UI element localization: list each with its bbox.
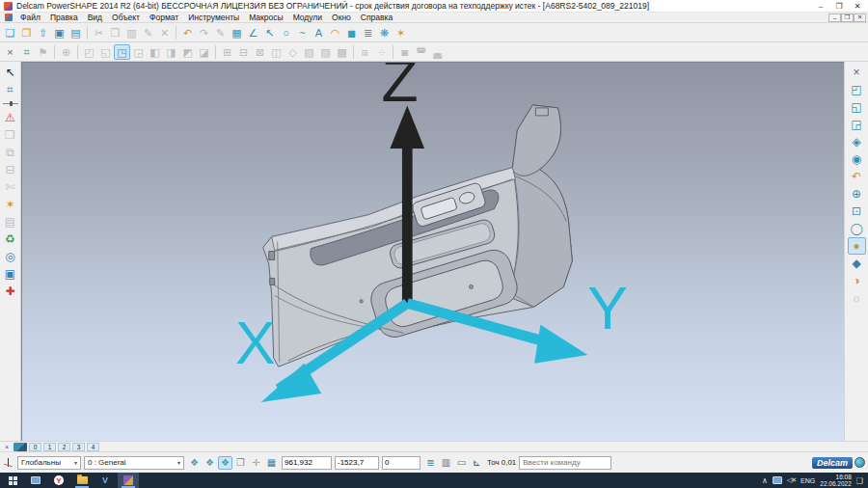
solid-draft-button[interactable]: ▨ <box>317 44 334 60</box>
view-iso1-button[interactable]: ◰ <box>848 81 866 98</box>
create-text-tool[interactable]: A <box>311 25 327 41</box>
intelligent-cursor-toggle[interactable]: ✛ <box>249 456 263 470</box>
paste-button[interactable]: ▥ <box>123 25 140 41</box>
child-restore-button[interactable]: ❐ <box>841 14 854 22</box>
solid-cylinder-button[interactable]: ◩ <box>179 44 196 60</box>
view-iso2-button[interactable]: ◱ <box>848 98 866 116</box>
dynamic-section-button[interactable]: ◆ <box>848 255 866 272</box>
graphics-viewport[interactable]: Z X Y <box>21 62 844 441</box>
menu-macros[interactable]: Макросы <box>244 13 287 23</box>
copy-button[interactable]: ❒ <box>107 25 123 41</box>
solid-add-button[interactable]: ⊕ <box>58 44 74 60</box>
zoom-full-button[interactable]: ⊕ <box>848 185 866 203</box>
surface-compare-tool[interactable]: ❒ <box>1 126 19 144</box>
mirror-model-tool[interactable]: ⊟ <box>1 161 19 178</box>
coordinate-z-field[interactable] <box>382 456 420 470</box>
close-view-toolbar-button[interactable]: × <box>848 64 866 81</box>
solid-block-button[interactable]: ◳ <box>114 44 130 60</box>
view-previous-button[interactable]: ↶ <box>848 168 866 185</box>
solid-revolve-button[interactable]: ◱ <box>97 44 114 60</box>
create-surface-tool[interactable]: ◠ <box>327 25 343 41</box>
print-button[interactable]: ▤ <box>68 25 84 41</box>
solid-chamfer-button[interactable]: ◇ <box>285 44 301 60</box>
create-arrow-tool[interactable]: ↖ <box>261 25 278 41</box>
cut-button[interactable]: ✂ <box>91 25 107 41</box>
model-analysis-tool[interactable]: ◎ <box>1 248 19 265</box>
model-info-tool[interactable]: ▣ <box>1 265 19 283</box>
menu-file[interactable]: Файл <box>15 13 45 23</box>
workplane-axis-icon[interactable] <box>3 457 14 469</box>
child-minimize-button[interactable]: – <box>828 14 841 22</box>
solid-extrude-button[interactable]: ◰ <box>81 44 97 60</box>
solid-wedge-button[interactable]: ◧ <box>147 44 163 60</box>
drawing-sheets-tool[interactable]: ▤ <box>1 213 19 230</box>
view-from-button[interactable]: ◈ <box>848 133 866 150</box>
coordinate-y-field[interactable] <box>335 456 379 470</box>
create-curve-tool[interactable]: ~ <box>294 25 311 41</box>
model-fix-tool[interactable]: ♻ <box>1 230 19 248</box>
calculator-button[interactable]: ▥ <box>439 456 453 470</box>
level-tab-1[interactable]: 1 <box>43 443 56 451</box>
view-image-button[interactable]: ▦ <box>229 25 245 41</box>
command-input[interactable] <box>519 456 611 470</box>
undo-button[interactable]: ↶ <box>179 25 196 41</box>
item-list-button[interactable]: ≣ <box>423 456 438 470</box>
position-button[interactable]: ⊾ <box>470 456 484 470</box>
menu-edit[interactable]: Правка <box>45 13 83 23</box>
trim-region-tool[interactable]: ✄ <box>1 178 19 196</box>
feature-group-button[interactable]: ⧈ <box>357 44 373 60</box>
feature-pattern-button[interactable]: ⁘ <box>373 44 390 60</box>
coordinate-x-field[interactable] <box>282 456 332 470</box>
solid-fillet-button[interactable]: ◫ <box>268 44 285 60</box>
restore-button[interactable]: ❐ <box>830 1 848 12</box>
workplane-tool[interactable]: ⌗ <box>18 44 35 60</box>
child-close-button[interactable]: ✕ <box>854 14 866 22</box>
taskbar-powershape[interactable] <box>118 473 139 488</box>
toolbar-slider[interactable] <box>3 100 18 107</box>
boolean-union-button[interactable]: ◙ <box>396 44 413 60</box>
solid-sphere-button[interactable]: ◪ <box>196 44 212 60</box>
create-feature-tool[interactable]: ≣ <box>360 25 376 41</box>
solid-plane-button[interactable]: ◲ <box>130 44 147 60</box>
view-iso3-button[interactable]: ◲ <box>848 116 866 133</box>
tray-display-icon[interactable] <box>773 476 782 484</box>
start-button[interactable] <box>2 473 23 488</box>
solid-cone-button[interactable]: ◨ <box>163 44 179 60</box>
shaded-view-button[interactable]: ● <box>848 237 866 255</box>
solid-boolean-intersect-button[interactable]: ⊠ <box>252 44 268 60</box>
volume-muted-icon[interactable]: ◁✕ <box>787 476 796 484</box>
wireframe-view-button[interactable]: ◯ <box>848 220 866 237</box>
snap-solid-toggle[interactable]: ❒ <box>233 456 248 470</box>
menu-modules[interactable]: Модули <box>288 13 327 23</box>
taskbar-cad-viewer[interactable]: V <box>95 473 116 488</box>
taskbar-app-monitor[interactable] <box>25 473 46 488</box>
create-solid-tool[interactable]: ◼ <box>343 25 360 41</box>
minimize-button[interactable]: – <box>812 1 829 12</box>
level-tab-0[interactable]: 0 <box>29 443 41 451</box>
menu-tools[interactable]: Инструменты <box>183 13 244 23</box>
create-circle-tool[interactable]: ○ <box>278 25 294 41</box>
notifications-icon[interactable]: ❑ <box>856 476 863 485</box>
zoom-box-button[interactable]: ⊡ <box>848 203 866 220</box>
tray-chevron-icon[interactable]: ∧ <box>762 476 768 485</box>
edit-pencil-button[interactable]: ✎ <box>212 25 229 41</box>
annotation-warning-tool[interactable]: ⚠ <box>1 109 19 126</box>
create-line-tool[interactable]: ∠ <box>245 25 261 41</box>
select-tool[interactable]: ↖ <box>1 64 19 81</box>
close-button[interactable]: ✕ <box>849 1 866 12</box>
redo-button[interactable]: ↷ <box>196 25 212 41</box>
level-tab-3[interactable]: 3 <box>72 443 85 451</box>
view-selection-button[interactable]: ◉ <box>848 150 866 168</box>
model-compare-tool[interactable]: ⧉ <box>1 144 19 161</box>
clock[interactable]: 16:08 22.06.2022 <box>820 474 852 488</box>
language-indicator[interactable]: ENG <box>800 477 815 484</box>
import-file-button[interactable]: ⇧ <box>35 25 51 41</box>
boolean-subtract-button[interactable]: ◚ <box>413 44 429 60</box>
solid-split-button[interactable]: ▩ <box>334 44 350 60</box>
wizard-tool[interactable]: ✶ <box>393 25 409 41</box>
edit-erase-button[interactable]: ✎ <box>140 25 156 41</box>
menu-help[interactable]: Справка <box>356 13 397 23</box>
model-doctor-tool[interactable]: ✚ <box>1 283 19 300</box>
shading-options-button[interactable]: ◑ <box>848 272 866 289</box>
workspace-select[interactable]: Глобальны▾ <box>17 456 81 470</box>
